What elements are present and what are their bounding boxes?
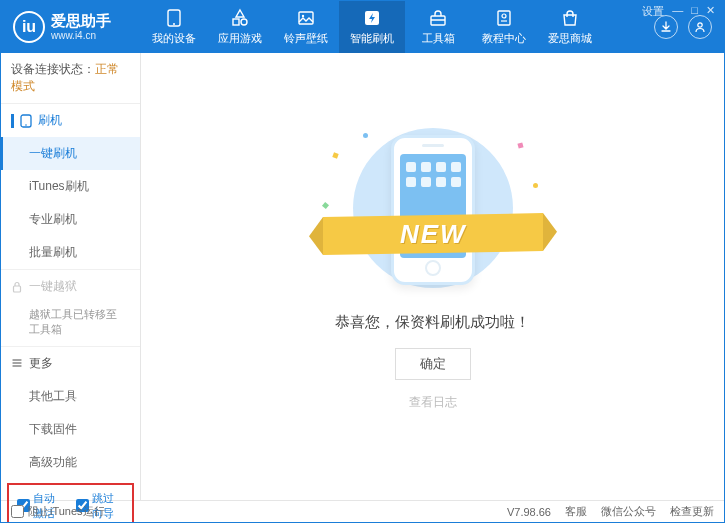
new-ribbon: NEW xyxy=(323,213,543,255)
svg-point-5 xyxy=(302,15,304,17)
nav-label: 爱思商城 xyxy=(548,31,592,46)
flash-icon xyxy=(362,8,382,28)
nav-gallery[interactable]: 铃声壁纸 xyxy=(273,1,339,53)
connection-status: 设备连接状态：正常模式 xyxy=(1,53,140,104)
customer-service-link[interactable]: 客服 xyxy=(565,504,587,519)
book-icon xyxy=(494,8,514,28)
status-label: 设备连接状态： xyxy=(11,62,95,76)
sidebar-jailbreak-title: 一键越狱 xyxy=(29,278,77,295)
check-update-link[interactable]: 检查更新 xyxy=(670,504,714,519)
download-icon xyxy=(660,21,672,33)
sidebar-item-more-2[interactable]: 高级功能 xyxy=(1,446,140,479)
nav-label: 铃声壁纸 xyxy=(284,31,328,46)
svg-point-3 xyxy=(241,19,247,25)
nav-label: 应用游戏 xyxy=(218,31,262,46)
sidebar-item-flash-1[interactable]: iTunes刷机 xyxy=(1,170,140,203)
nav-label: 我的设备 xyxy=(152,31,196,46)
gallery-icon xyxy=(296,8,316,28)
app-header: 设置 — □ ✕ iu 爱思助手 www.i4.cn 我的设备应用游戏铃声壁纸智… xyxy=(1,1,724,53)
nav-label: 工具箱 xyxy=(422,31,455,46)
sidebar-item-flash-0[interactable]: 一键刷机 xyxy=(1,137,140,170)
svg-point-10 xyxy=(698,23,702,27)
view-log-link[interactable]: 查看日志 xyxy=(409,394,457,411)
close-button[interactable]: ✕ xyxy=(706,4,715,19)
sidebar-item-flash-2[interactable]: 专业刷机 xyxy=(1,203,140,236)
nav-phone[interactable]: 我的设备 xyxy=(141,1,207,53)
sidebar-flash-title: 刷机 xyxy=(38,112,62,129)
main-nav: 我的设备应用游戏铃声壁纸智能刷机工具箱教程中心爱思商城 xyxy=(141,1,654,53)
user-icon xyxy=(694,21,706,33)
wechat-link[interactable]: 微信公众号 xyxy=(601,504,656,519)
sidebar-item-more-1[interactable]: 下载固件 xyxy=(1,413,140,446)
success-message: 恭喜您，保资料刷机成功啦！ xyxy=(335,313,530,332)
apps-icon xyxy=(230,8,250,28)
nav-label: 教程中心 xyxy=(482,31,526,46)
shop-icon xyxy=(560,8,580,28)
jailbreak-note: 越狱工具已转移至 工具箱 xyxy=(1,303,140,346)
block-itunes-checkbox[interactable]: 阻止iTunes运行 xyxy=(11,504,105,519)
list-icon xyxy=(11,357,23,369)
svg-point-12 xyxy=(25,124,27,126)
main-panel: NEW 恭喜您，保资料刷机成功啦！ 确定 查看日志 xyxy=(141,53,724,500)
nav-flash[interactable]: 智能刷机 xyxy=(339,1,405,53)
svg-point-1 xyxy=(173,23,175,25)
phone-icon xyxy=(164,8,184,28)
footer: 阻止iTunes运行 V7.98.66 客服 微信公众号 检查更新 xyxy=(1,500,724,522)
block-itunes-label: 阻止iTunes运行 xyxy=(28,504,105,519)
settings-link[interactable]: 设置 xyxy=(642,4,664,19)
ok-button[interactable]: 确定 xyxy=(395,348,471,380)
success-illustration: NEW xyxy=(303,123,563,293)
sidebar-section-flash[interactable]: 刷机 xyxy=(1,104,140,137)
nav-apps[interactable]: 应用游戏 xyxy=(207,1,273,53)
lock-icon xyxy=(11,281,23,293)
nav-label: 智能刷机 xyxy=(350,31,394,46)
version-label: V7.98.66 xyxy=(507,506,551,518)
sidebar: 设备连接状态：正常模式 刷机 一键刷机iTunes刷机专业刷机批量刷机 一键越狱… xyxy=(1,53,141,500)
toolbox-icon xyxy=(428,8,448,28)
sidebar-item-more-0[interactable]: 其他工具 xyxy=(1,380,140,413)
nav-shop[interactable]: 爱思商城 xyxy=(537,1,603,53)
svg-rect-4 xyxy=(299,12,313,24)
nav-toolbox[interactable]: 工具箱 xyxy=(405,1,471,53)
app-name: 爱思助手 xyxy=(51,12,111,30)
sidebar-section-more[interactable]: 更多 xyxy=(1,347,140,380)
svg-rect-13 xyxy=(14,286,21,292)
app-url: www.i4.cn xyxy=(51,30,111,42)
sidebar-section-jailbreak: 一键越狱 xyxy=(1,270,140,303)
maximize-button[interactable]: □ xyxy=(691,4,698,19)
logo-icon: iu xyxy=(13,11,45,43)
app-logo: iu 爱思助手 www.i4.cn xyxy=(1,11,141,43)
sidebar-item-flash-3[interactable]: 批量刷机 xyxy=(1,236,140,269)
minimize-button[interactable]: — xyxy=(672,4,683,19)
window-controls: 设置 — □ ✕ xyxy=(642,4,715,19)
nav-book[interactable]: 教程中心 xyxy=(471,1,537,53)
svg-rect-2 xyxy=(233,19,239,25)
phone-icon xyxy=(20,114,32,128)
sidebar-more-title: 更多 xyxy=(29,355,53,372)
svg-point-9 xyxy=(502,14,506,18)
